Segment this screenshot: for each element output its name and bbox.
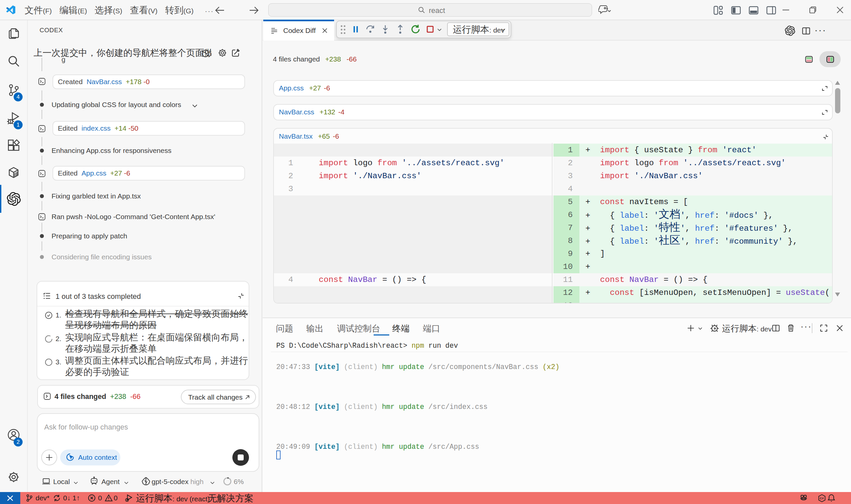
svg-text:C#: C# (820, 496, 824, 500)
